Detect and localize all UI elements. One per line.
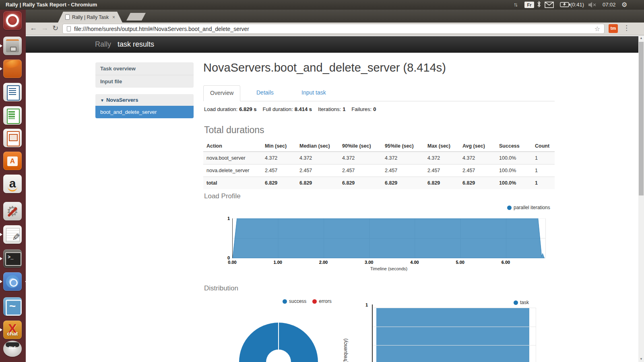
column-header: Min (sec) — [262, 141, 296, 152]
browser-toolbar: ← → ↻ file:///home/suresh/output.html#/N… — [26, 23, 644, 35]
scrollbar-thumb[interactable] — [639, 42, 644, 195]
histogram-chart[interactable] — [373, 304, 536, 362]
battery-icon[interactable] — [560, 2, 570, 8]
stat-item: Full duration:8.414 s — [263, 106, 312, 112]
gridline — [373, 327, 536, 327]
parallel-iterations-area — [233, 218, 545, 258]
new-tab-button[interactable] — [126, 13, 146, 21]
running-indicator-icon — [0, 67, 4, 70]
table-cell: 6.829 — [382, 177, 424, 189]
sidebar-item-boot-and-delete-server[interactable]: boot_and_delete_server — [95, 106, 194, 118]
scrollbar-down-icon[interactable]: ▼ — [638, 356, 644, 362]
libreoffice-calc-icon[interactable] — [3, 106, 22, 125]
tab-title: Rally | Rally Task Rep — [72, 14, 110, 20]
reload-button[interactable]: ↻ — [52, 24, 58, 33]
terminal-icon[interactable] — [3, 249, 22, 268]
running-indicator-icon — [0, 44, 4, 47]
url-text[interactable]: file:///home/suresh/output.html#/NovaSer… — [74, 26, 594, 32]
libreoffice-impress-icon[interactable] — [3, 129, 22, 147]
bluetooth-icon[interactable] — [537, 1, 541, 9]
table-cell: 6.829 — [424, 177, 459, 189]
table-cell: 1 — [532, 177, 555, 189]
table-cell: 4.372 — [339, 152, 382, 165]
sidebar-group-novaservers[interactable]: ▼NovaServers — [95, 94, 194, 106]
system-monitor-icon[interactable] — [3, 297, 22, 316]
clock-label[interactable]: 07:02 — [603, 2, 616, 8]
unity-launcher — [0, 10, 26, 362]
tab-favicon-icon — [65, 14, 70, 20]
load-profile-legend[interactable]: parallel iterations — [507, 205, 550, 210]
extension-tm-icon[interactable]: tm — [609, 24, 618, 33]
system-settings-icon[interactable] — [3, 202, 22, 220]
xchat-icon[interactable] — [3, 321, 22, 339]
chromium-icon[interactable] — [3, 272, 22, 291]
table-cell: 4.372 — [382, 152, 424, 165]
pie-legend[interactable]: success errors — [283, 298, 332, 304]
ubuntu-software-icon[interactable] — [3, 152, 22, 170]
session-gear-icon[interactable]: ⚙ — [621, 1, 627, 8]
bookmark-star-icon[interactable]: ☆ — [594, 25, 600, 33]
forward-button[interactable]: → — [41, 24, 48, 32]
focused-indicator-icon — [23, 280, 27, 283]
column-header: Avg (sec) — [459, 141, 496, 152]
rally-brand[interactable]: Rally — [95, 40, 111, 49]
scrollbar-up-icon[interactable]: ▲ — [638, 35, 644, 41]
url-bar[interactable]: file:///home/suresh/output.html#/NovaSer… — [62, 24, 605, 34]
stat-value: 8.414 s — [295, 106, 312, 112]
table-cell: 2.457 — [262, 165, 296, 177]
legend-task-dot-icon — [514, 300, 518, 305]
sidebar-panel-top: Task overview Input file — [95, 62, 194, 88]
stat-label: Iterations: — [318, 106, 341, 112]
load-profile-heading: Load Profile — [204, 192, 241, 200]
browser-tab-active[interactable]: Rally | Rally Task Rep × — [58, 12, 122, 23]
page-content: Rally task results Task overview Input f… — [26, 35, 638, 362]
column-header: Max (sec) — [424, 141, 459, 152]
histogram-bar[interactable] — [376, 308, 529, 362]
volume-muted-icon[interactable] — [588, 2, 597, 9]
stat-value: 6.829 s — [239, 106, 256, 112]
table-cell: 6.829 — [296, 177, 339, 189]
table-cell: 2.457 — [296, 165, 339, 177]
running-indicator-icon — [0, 328, 4, 331]
keyboard-layout-indicator[interactable]: Fr — [524, 2, 534, 8]
column-header: Count — [532, 141, 555, 152]
sidebar-item-task-overview[interactable]: Task overview — [95, 62, 194, 75]
table-cell: 4.372 — [424, 152, 459, 165]
desktop: Rally | Rally Task Report - Chromium ↑↓ … — [0, 0, 644, 362]
table-cell: nova.delete_server — [203, 165, 262, 177]
files-icon[interactable] — [3, 37, 22, 55]
libreoffice-writer-icon[interactable] — [3, 83, 22, 101]
histogram-ytick-1: 1 — [360, 302, 368, 307]
amazon-icon[interactable] — [3, 175, 22, 193]
tab-details[interactable]: Details — [250, 85, 280, 101]
stat-label: Failures: — [351, 106, 372, 112]
tab-input-task[interactable]: Input task — [295, 85, 332, 101]
summary-stats: Load duration:6.829 sFull duration:8.414… — [204, 106, 376, 112]
column-header: Success — [496, 141, 532, 152]
table-cell: nova.boot_server — [203, 152, 262, 165]
text-editor-icon[interactable] — [3, 225, 22, 244]
ble-tool-icon[interactable] — [3, 341, 22, 357]
x-tick-label: 2.00 — [314, 260, 332, 265]
table-cell: 100.0% — [496, 177, 532, 189]
table-cell: total — [203, 177, 262, 189]
tab-overview[interactable]: Overview — [203, 85, 240, 101]
firefox-icon[interactable] — [3, 60, 22, 78]
load-profile-chart[interactable] — [232, 218, 545, 258]
table-cell: 4.372 — [262, 152, 296, 165]
column-header: 95%ile (sec) — [382, 141, 424, 152]
network-indicator-icon[interactable]: ↑↓ — [514, 1, 517, 8]
mail-icon[interactable] — [545, 2, 554, 9]
sidebar-item-input-file[interactable]: Input file — [95, 75, 194, 88]
back-button[interactable]: ← — [30, 24, 37, 32]
browser-menu-icon[interactable]: ⋮ — [623, 24, 630, 32]
page-scrollbar[interactable]: ▲ ▼ — [638, 35, 644, 362]
ubuntu-dash-icon[interactable] — [3, 11, 22, 30]
legend-dot-icon — [507, 206, 512, 210]
table-row: nova.delete_server2.4572.4572.4572.4572.… — [203, 165, 555, 177]
tab-close-icon[interactable]: × — [112, 15, 115, 20]
top-panel: Rally | Rally Task Report - Chromium ↑↓ … — [0, 0, 644, 10]
table-cell: 100.0% — [496, 165, 532, 177]
table-row: total6.8296.8296.8296.8296.8296.829100.0… — [203, 177, 555, 189]
gridline — [536, 308, 536, 362]
